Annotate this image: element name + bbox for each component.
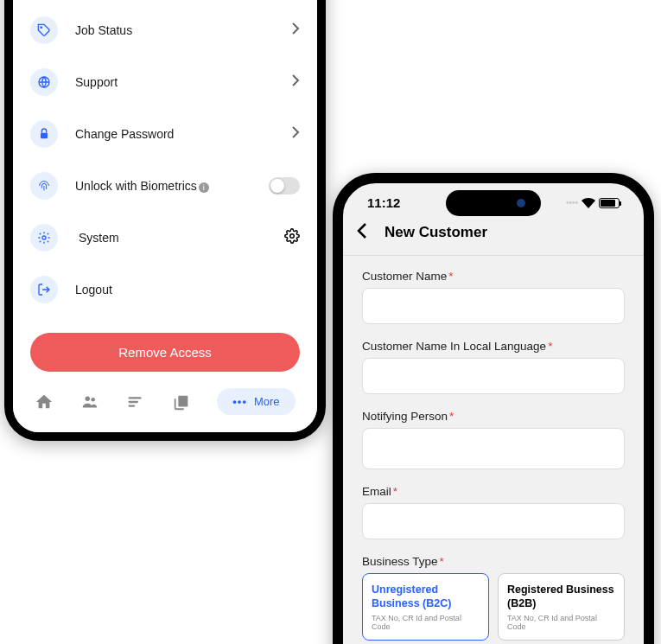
settings-icon: [30, 224, 58, 252]
business-type-label: Business Type*: [362, 555, 625, 568]
globe-icon: [30, 68, 58, 96]
menu-system[interactable]: System: [30, 212, 300, 264]
signal-icon: ••••: [566, 198, 578, 207]
nav-people[interactable]: [80, 392, 99, 411]
dots-icon: •••: [232, 395, 247, 408]
logout-icon: [30, 276, 58, 303]
lock-icon: [30, 120, 58, 148]
menu-logout[interactable]: Logout: [30, 264, 300, 316]
customer-name-local-input[interactable]: [362, 358, 625, 394]
info-icon[interactable]: i: [199, 182, 209, 193]
settings-screen: Job Status Support Change Password: [4, 0, 326, 441]
svg-point-3: [42, 236, 46, 239]
email-label: Email*: [362, 485, 625, 498]
nav-list[interactable]: [126, 392, 145, 411]
business-type-b2b[interactable]: Registered Business (B2B) TAX No, CR Id …: [498, 573, 625, 641]
chevron-right-icon: [291, 22, 300, 38]
notifying-person-label: Notifying Person*: [362, 410, 625, 423]
nav-home[interactable]: [35, 392, 54, 411]
biometrics-toggle[interactable]: [269, 177, 300, 194]
customer-name-input[interactable]: [362, 288, 625, 324]
menu-label: Logout: [75, 283, 300, 296]
bottom-nav: ••• More: [13, 376, 317, 432]
menu-label: System: [75, 231, 284, 245]
fingerprint-icon: [30, 172, 58, 200]
menu-job-status[interactable]: Job Status: [30, 4, 300, 56]
menu-biometrics: Unlock with Biometricsi: [30, 160, 300, 212]
customer-name-label: Customer Name*: [362, 270, 625, 283]
page-title: New Customer: [385, 224, 487, 241]
header: New Customer: [343, 214, 644, 256]
menu-support[interactable]: Support: [30, 56, 300, 108]
nav-more[interactable]: ••• More: [217, 388, 295, 415]
chevron-right-icon: [291, 126, 300, 142]
svg-point-6: [91, 397, 95, 401]
chevron-right-icon: [291, 74, 300, 90]
customer-name-local-label: Customer Name In Local Language*: [362, 340, 625, 353]
menu-label: Support: [75, 75, 291, 89]
menu-label: Job Status: [75, 23, 291, 37]
svg-rect-7: [178, 395, 187, 406]
tag-icon: [30, 16, 58, 44]
new-customer-screen: 11:12 •••• New Customer Customer Name* C…: [333, 173, 654, 644]
status-time: 11:12: [367, 195, 400, 210]
svg-point-4: [290, 234, 295, 239]
menu-label: Change Password: [75, 127, 291, 141]
email-input[interactable]: [362, 503, 625, 539]
remove-access-button[interactable]: Remove Access: [30, 333, 300, 372]
battery-icon: [599, 198, 620, 208]
svg-rect-2: [41, 133, 48, 139]
menu-change-password[interactable]: Change Password: [30, 108, 300, 160]
customer-form: Customer Name* Customer Name In Local La…: [343, 256, 644, 644]
back-button[interactable]: [357, 222, 367, 243]
wifi-icon: [582, 198, 595, 208]
gear-icon: [284, 228, 300, 247]
menu-label: Unlock with Biometricsi: [75, 179, 269, 193]
business-type-b2c[interactable]: Unregistered Business (B2C) TAX No, CR I…: [362, 573, 489, 641]
nav-copy[interactable]: [172, 392, 191, 411]
notch: [446, 190, 541, 216]
svg-point-0: [41, 27, 41, 28]
notifying-person-input[interactable]: [362, 428, 625, 469]
svg-point-5: [86, 396, 91, 401]
